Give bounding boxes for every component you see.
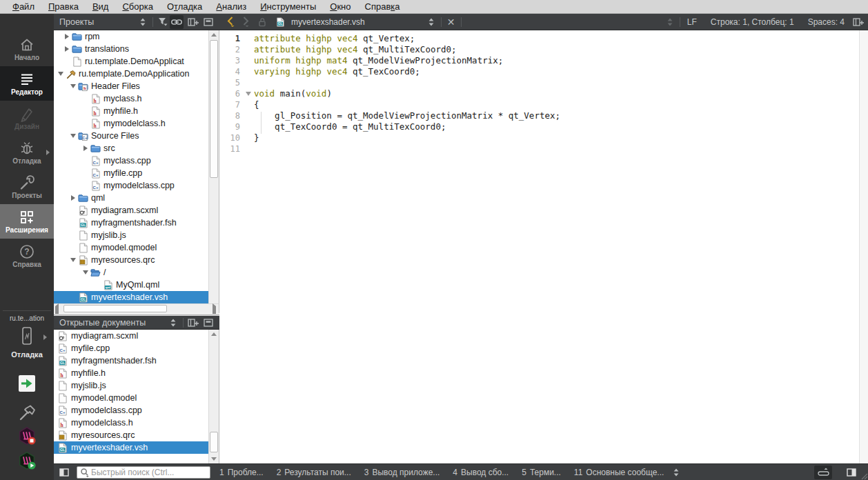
tree-row[interactable]: C+mymodelclass.cpp — [54, 179, 209, 192]
split-pane-icon[interactable] — [186, 316, 200, 330]
pane-selector-updown-icon[interactable] — [166, 316, 180, 330]
open-document-row[interactable]: hmyhfile.h — [54, 367, 209, 379]
pane-title[interactable]: Проекты — [59, 17, 136, 27]
output-pane-11[interactable]: 11Основные сообще... — [574, 468, 664, 477]
scroll-up-icon[interactable] — [209, 330, 219, 339]
run-button[interactable] — [15, 372, 39, 394]
document-updown-icon[interactable] — [424, 15, 438, 29]
code-line[interactable]: varying highp vec4 qt_TexCoord0; — [254, 66, 858, 77]
toggle-left-sidebar-icon[interactable] — [57, 466, 71, 479]
output-pane-4[interactable]: 4Вывод сбо... — [453, 468, 509, 477]
tree-row[interactable]: ru.template.DemoApplication — [54, 68, 209, 80]
menu-файл[interactable]: Файл — [6, 0, 41, 14]
output-pane-updown-icon[interactable] — [669, 466, 683, 479]
fold-marker-icon[interactable] — [243, 88, 254, 99]
expander-collapsed-icon[interactable] — [62, 46, 71, 52]
expander-expanded-icon[interactable] — [56, 72, 65, 76]
code-line[interactable]: gl_Position = qt_ModelViewProjectionMatr… — [254, 110, 858, 121]
menu-отладка[interactable]: Отладка — [160, 0, 209, 14]
menu-справка[interactable]: Справка — [358, 0, 407, 14]
tree-row[interactable]: mymodel.qmodel — [54, 241, 209, 254]
back-icon[interactable] — [224, 15, 237, 29]
open-document-row[interactable]: mymodel.qmodel — [54, 392, 209, 404]
kit-selector[interactable]: ru.te...ation Отладка — [0, 314, 54, 359]
code-line[interactable]: void main(void) — [254, 88, 858, 99]
menu-сборка[interactable]: Сборка — [115, 0, 160, 14]
tree-row[interactable]: GLmyfragmentshader.fsh — [54, 217, 209, 229]
mode-extensions[interactable]: Расширения — [0, 204, 54, 239]
scrollbar-thumb[interactable] — [210, 432, 218, 452]
tree-row[interactable]: hmymodelclass.h — [54, 117, 209, 130]
expander-collapsed-icon[interactable] — [62, 34, 71, 39]
toggle-right-sidebar-icon[interactable] — [845, 466, 858, 479]
code-line[interactable]: } — [254, 132, 858, 143]
tree-row[interactable]: hmyclass.h — [54, 92, 209, 105]
resize-grip[interactable] — [858, 470, 868, 480]
tree-row[interactable]: mydiagram.scxml — [54, 204, 209, 217]
pane-selector-updown-icon[interactable] — [136, 15, 150, 29]
menu-вид[interactable]: Вид — [86, 0, 116, 14]
code-line[interactable] — [254, 77, 858, 88]
current-file-name[interactable]: myvertexshader.vsh — [291, 17, 365, 27]
tree-row[interactable]: hHeader Files — [54, 80, 209, 92]
mode-editor[interactable]: Редактор — [0, 66, 54, 101]
menu-правка[interactable]: Правка — [41, 0, 86, 14]
tree-row[interactable]: C+myfile.cpp — [54, 167, 209, 179]
close-document-icon[interactable]: ✕ — [444, 15, 458, 29]
code-line[interactable]: attribute highp vec4 qt_Vertex; — [254, 33, 858, 44]
expand-output-pane-icon[interactable] — [814, 466, 832, 479]
open-document-row[interactable]: myresources.qrc — [54, 429, 209, 441]
open-document-row[interactable]: GLmyvertexshader.vsh — [54, 441, 209, 454]
expander-expanded-icon[interactable] — [68, 84, 77, 88]
scroll-down-icon[interactable] — [209, 454, 219, 463]
tree-row[interactable]: translations — [54, 43, 209, 55]
tree-row[interactable]: C+myclass.cpp — [54, 154, 209, 167]
mode-help[interactable]: ?Справка — [0, 239, 54, 273]
line-ending-indicator[interactable]: LF — [687, 17, 697, 27]
tree-row[interactable]: qml — [54, 192, 209, 204]
code-line[interactable]: { — [254, 99, 858, 110]
split-pane-icon[interactable] — [186, 15, 200, 29]
editor-scrollbar[interactable] — [859, 30, 868, 463]
expander-expanded-icon[interactable] — [68, 258, 77, 262]
output-pane-5[interactable]: 5Терми... — [522, 468, 561, 477]
code-line[interactable] — [254, 143, 858, 154]
expander-expanded-icon[interactable] — [68, 134, 77, 138]
scrollbar-thumb[interactable] — [63, 305, 167, 312]
lock-icon[interactable] — [255, 15, 269, 29]
open-document-row[interactable]: C+mymodelclass.cpp — [54, 404, 209, 417]
sync-with-editor-icon[interactable] — [170, 15, 184, 29]
expander-collapsed-icon[interactable] — [68, 195, 77, 201]
open-document-row[interactable]: C+myfile.cpp — [54, 342, 209, 354]
output-pane-1[interactable]: 1Пробле... — [219, 468, 264, 477]
tree-row[interactable]: C+Source Files — [54, 130, 209, 142]
tree-row[interactable]: myjslib.js — [54, 229, 209, 241]
menu-инструменты[interactable]: Инструменты — [253, 0, 323, 14]
build-button[interactable] — [15, 401, 39, 423]
tree-row[interactable]: src — [54, 142, 209, 154]
menu-окно[interactable]: Окно — [323, 0, 357, 14]
tree-row[interactable]: qmlMyQml.qml — [54, 279, 209, 291]
collapse-pane-icon[interactable] — [201, 316, 215, 330]
emulator-stop-button[interactable] — [15, 425, 39, 447]
editor-updown-icon[interactable] — [663, 15, 677, 29]
menu-анализ[interactable]: Анализ — [209, 0, 253, 14]
expander-collapsed-icon[interactable] — [81, 146, 90, 151]
tree-row[interactable]: hmyhfile.h — [54, 105, 209, 117]
tree-row[interactable]: GLmyvertexshader.vsh — [54, 291, 209, 303]
code-line[interactable]: uniform highp mat4 qt_ModelViewProjectio… — [254, 55, 858, 66]
cursor-position-indicator[interactable]: Строка: 1, Столбец: 1 — [711, 17, 794, 27]
split-editor-icon[interactable] — [851, 15, 865, 29]
emulator-run-button[interactable] — [15, 450, 39, 472]
open-document-row[interactable]: GLmyfragmentshader.fsh — [54, 354, 209, 367]
tree-vertical-scrollbar[interactable] — [208, 30, 219, 303]
mode-welcome[interactable]: Начало — [0, 32, 54, 66]
mode-debug[interactable]: Отладка — [0, 135, 54, 170]
open-document-row[interactable]: myjslib.js — [54, 379, 209, 392]
tree-row[interactable]: myresources.qrc — [54, 254, 209, 266]
quick-search-input[interactable] — [90, 467, 200, 478]
open-document-row[interactable]: hmymodelclass.h — [54, 417, 209, 429]
tree-row[interactable]: rpm — [54, 30, 209, 43]
code-text[interactable]: attribute highp vec4 qt_Vertex;attribute… — [254, 33, 858, 154]
tree-row[interactable]: ru.template.DemoApplicat — [54, 55, 209, 68]
